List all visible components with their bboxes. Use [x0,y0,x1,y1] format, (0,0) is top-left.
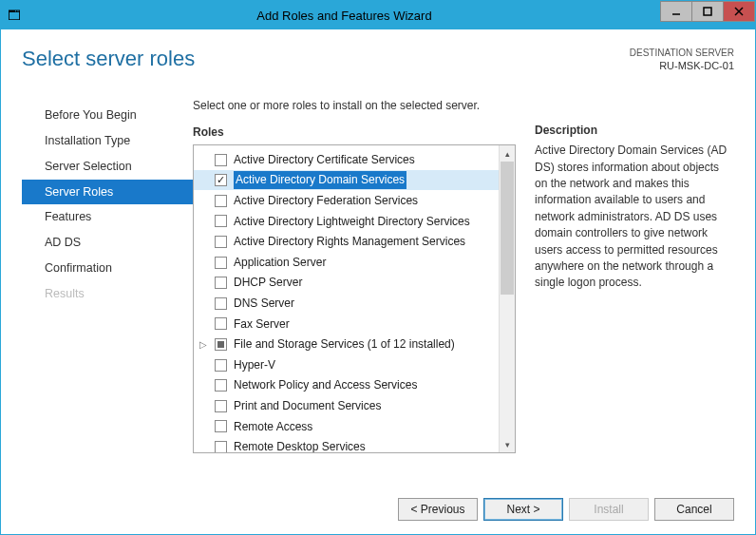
role-label: DNS Server [234,295,294,313]
role-item[interactable]: DHCP Server [194,273,499,294]
role-label: Remote Access [234,418,312,436]
chevron-right-icon[interactable]: ▷ [199,337,207,353]
role-checkbox[interactable] [215,400,227,412]
wizard-footer: < Previous Next > Install Cancel [22,481,734,521]
role-label: File and Storage Services (1 of 12 insta… [234,335,455,353]
role-checkbox[interactable] [215,195,227,207]
install-button: Install [569,498,649,521]
role-item[interactable]: Network Policy and Access Services [194,375,499,396]
role-checkbox[interactable] [215,441,227,452]
role-label: DHCP Server [234,274,302,292]
role-checkbox[interactable] [215,236,227,248]
instruction-text: Select one or more roles to install on t… [193,99,516,112]
cancel-button[interactable]: Cancel [654,498,734,521]
next-button[interactable]: Next > [483,498,563,521]
wizard-nav: Before You BeginInstallation TypeServer … [22,99,193,481]
destination-label: DESTINATION SERVER [630,47,734,59]
role-item[interactable]: Application Server [194,252,499,273]
maximize-button[interactable] [691,1,724,22]
role-checkbox[interactable] [215,154,227,166]
role-label: Active Directory Federation Services [234,192,418,210]
role-label: Remote Desktop Services [234,438,366,452]
role-label: Application Server [234,254,326,272]
nav-item-server-roles[interactable]: Server Roles [22,180,193,205]
role-checkbox[interactable] [215,257,227,269]
role-checkbox[interactable] [215,359,227,372]
previous-button[interactable]: < Previous [398,498,478,521]
role-checkbox[interactable] [215,338,227,351]
role-item[interactable]: Active Directory Lightweight Directory S… [194,211,499,232]
app-icon: 🗔 [1,8,28,23]
close-button[interactable] [723,1,755,22]
role-label: Fax Server [234,315,290,334]
role-item[interactable]: Active Directory Domain Services [194,170,499,191]
role-checkbox[interactable] [215,277,227,289]
role-item[interactable]: Print and Document Services [194,395,499,416]
role-item[interactable]: Remote Access [194,416,499,437]
description-text: Active Directory Domain Services (AD DS)… [535,143,734,292]
scroll-up-icon[interactable]: ▴ [500,145,515,162]
roles-listbox: Active Directory Certificate ServicesAct… [193,144,516,453]
window-titlebar[interactable]: 🗔 Add Roles and Features Wizard [1,1,755,29]
destination-info: DESTINATION SERVER RU-MSK-DC-01 [630,47,734,72]
destination-server: RU-MSK-DC-01 [630,59,734,72]
role-label: Active Directory Domain Services [234,171,406,189]
role-checkbox[interactable] [215,420,227,432]
role-item[interactable]: ▷File and Storage Services (1 of 12 inst… [194,334,499,355]
nav-item-installation-type[interactable]: Installation Type [22,128,193,154]
role-checkbox[interactable] [215,379,227,392]
nav-item-server-selection[interactable]: Server Selection [22,154,193,180]
role-item[interactable]: Hyper-V [194,354,499,375]
role-item[interactable]: Active Directory Certificate Services [194,149,499,170]
nav-item-before-you-begin[interactable]: Before You Begin [22,103,193,128]
scrollbar[interactable]: ▴ ▾ [499,145,515,452]
scroll-down-icon[interactable]: ▾ [500,436,515,452]
role-label: Active Directory Lightweight Directory S… [234,213,470,231]
role-label: Hyper-V [234,356,275,374]
minimize-button[interactable] [660,1,692,22]
role-item[interactable]: Fax Server [194,314,499,334]
nav-item-confirmation[interactable]: Confirmation [22,256,193,281]
role-item[interactable]: Remote Desktop Services [194,437,499,453]
description-label: Description [535,124,734,137]
role-checkbox[interactable] [215,317,227,330]
role-item[interactable]: Active Directory Rights Management Servi… [194,232,499,253]
nav-item-ad-ds[interactable]: AD DS [22,230,193,256]
page-title: Select server roles [22,47,195,71]
role-checkbox[interactable] [215,174,227,186]
role-label: Network Policy and Access Services [234,376,417,394]
window-title: Add Roles and Features Wizard [28,9,661,23]
role-item[interactable]: Active Directory Federation Services [194,190,499,211]
role-item[interactable]: DNS Server [194,293,499,314]
nav-item-results: Results [22,281,193,307]
svg-rect-1 [704,8,711,15]
role-checkbox[interactable] [215,297,227,310]
roles-section-label: Roles [193,125,516,139]
role-checkbox[interactable] [215,215,227,227]
scroll-thumb[interactable] [501,162,514,295]
role-label: Active Directory Certificate Services [234,151,415,169]
role-label: Print and Document Services [234,397,381,415]
nav-item-features[interactable]: Features [22,204,193,230]
role-label: Active Directory Rights Management Servi… [234,233,465,251]
